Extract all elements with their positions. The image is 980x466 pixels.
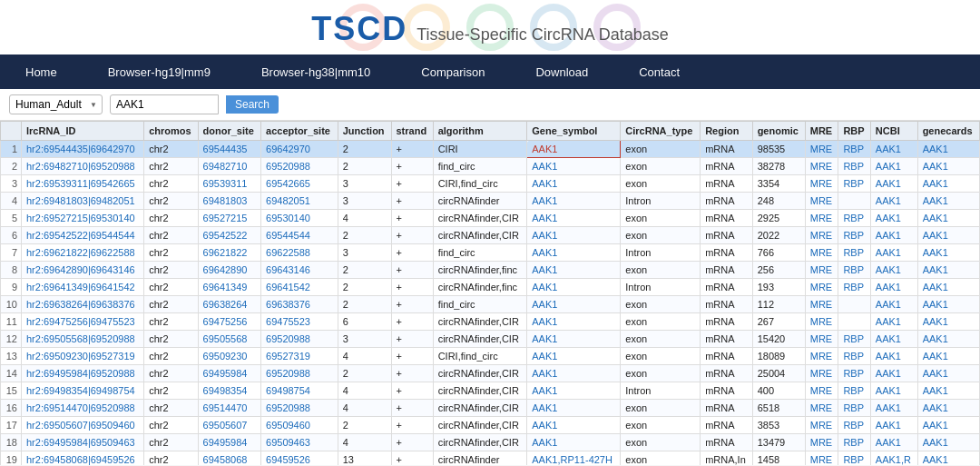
- circrna-id[interactable]: hr2:69642890|69643146: [22, 262, 144, 279]
- donor-site[interactable]: 69458068: [198, 451, 261, 466]
- circrna-id[interactable]: hr2:69481803|69482051: [22, 193, 144, 210]
- ncbi-link[interactable]: AAK1: [870, 382, 917, 400]
- ncbi-link[interactable]: AAK1,R: [870, 451, 917, 466]
- donor-site[interactable]: 69638264: [198, 296, 261, 313]
- mre-link[interactable]: MRE: [805, 262, 838, 279]
- ncbi-link[interactable]: AAK1: [870, 158, 917, 175]
- gene-symbol[interactable]: AAK1: [527, 158, 621, 175]
- gene-symbol[interactable]: AAK1: [527, 296, 621, 313]
- nav-comparison[interactable]: Comparison: [396, 55, 510, 89]
- ncbi-link[interactable]: AAK1: [870, 210, 917, 227]
- gene-symbol[interactable]: AAK1: [527, 262, 621, 279]
- rbp-link[interactable]: RBP: [838, 382, 870, 400]
- genecards-link[interactable]: AAK1: [917, 331, 979, 348]
- search-button[interactable]: Search: [226, 95, 279, 114]
- donor-site[interactable]: 69527215: [198, 210, 261, 227]
- circrna-id[interactable]: hr2:69544435|69642970: [22, 141, 144, 158]
- circrna-id[interactable]: hr2:69509230|69527319: [22, 348, 144, 365]
- mre-link[interactable]: MRE: [805, 365, 838, 382]
- rbp-link[interactable]: RBP: [838, 262, 870, 279]
- gene-symbol[interactable]: AAK1: [527, 244, 621, 262]
- gene-symbol[interactable]: AAK1: [527, 365, 621, 382]
- gene-symbol[interactable]: AAK1: [527, 331, 621, 348]
- circrna-id[interactable]: hr2:69495984|69520988: [22, 365, 144, 382]
- genecards-link[interactable]: AAK1: [917, 279, 979, 296]
- rbp-link[interactable]: RBP: [838, 210, 870, 227]
- acceptor-site[interactable]: 69638376: [261, 296, 338, 313]
- rbp-link[interactable]: RBP: [838, 158, 870, 175]
- genecards-link[interactable]: AAK1: [917, 417, 979, 434]
- gene-symbol[interactable]: AAK1: [527, 417, 621, 434]
- acceptor-site[interactable]: 69530140: [261, 210, 338, 227]
- acceptor-site[interactable]: 69509460: [261, 417, 338, 434]
- ncbi-link[interactable]: AAK1: [870, 313, 917, 331]
- mre-link[interactable]: MRE: [805, 417, 838, 434]
- circrna-id[interactable]: hr2:69498354|69498754: [22, 382, 144, 400]
- circrna-id[interactable]: hr2:69475256|69475523: [22, 313, 144, 331]
- ncbi-link[interactable]: AAK1: [870, 296, 917, 313]
- circrna-id[interactable]: hr2:69458068|69459526: [22, 451, 144, 466]
- circrna-id[interactable]: hr2:69505607|69509460: [22, 417, 144, 434]
- acceptor-site[interactable]: 69475523: [261, 313, 338, 331]
- circrna-id[interactable]: hr2:69542522|69544544: [22, 227, 144, 244]
- circrna-id[interactable]: hr2:69495984|69509463: [22, 434, 144, 451]
- mre-link[interactable]: MRE: [805, 400, 838, 417]
- mre-link[interactable]: MRE: [805, 434, 838, 451]
- mre-link[interactable]: MRE: [805, 313, 838, 331]
- mre-link[interactable]: MRE: [805, 141, 838, 158]
- nav-home[interactable]: Home: [0, 55, 83, 89]
- mre-link[interactable]: MRE: [805, 175, 838, 193]
- rbp-link[interactable]: RBP: [838, 141, 870, 158]
- rbp-link[interactable]: RBP: [838, 417, 870, 434]
- acceptor-site[interactable]: 69482051: [261, 193, 338, 210]
- donor-site[interactable]: 69539311: [198, 175, 261, 193]
- gene-symbol[interactable]: AAK1: [527, 210, 621, 227]
- circrna-id[interactable]: hr2:69539311|69542665: [22, 175, 144, 193]
- donor-site[interactable]: 69495984: [198, 434, 261, 451]
- donor-site[interactable]: 69505568: [198, 331, 261, 348]
- donor-site[interactable]: 69481803: [198, 193, 261, 210]
- genecards-link[interactable]: AAK1: [917, 296, 979, 313]
- ncbi-link[interactable]: AAK1: [870, 175, 917, 193]
- circrna-id[interactable]: hr2:69621822|69622588: [22, 244, 144, 262]
- ncbi-link[interactable]: AAK1: [870, 400, 917, 417]
- search-input[interactable]: [110, 94, 219, 114]
- genecards-link[interactable]: AAK1: [917, 434, 979, 451]
- donor-site[interactable]: 69641349: [198, 279, 261, 296]
- acceptor-site[interactable]: 69520988: [261, 331, 338, 348]
- nav-contact[interactable]: Contact: [613, 55, 705, 89]
- donor-site[interactable]: 69509230: [198, 348, 261, 365]
- ncbi-link[interactable]: AAK1: [870, 193, 917, 210]
- circrna-id[interactable]: hr2:69638264|69638376: [22, 296, 144, 313]
- genecards-link[interactable]: AAK1: [917, 158, 979, 175]
- gene-symbol[interactable]: AAK1,RP11-427H: [527, 451, 621, 466]
- genecards-link[interactable]: AAK1: [917, 382, 979, 400]
- rbp-link[interactable]: RBP: [838, 279, 870, 296]
- acceptor-site[interactable]: 69642970: [261, 141, 338, 158]
- donor-site[interactable]: 69498354: [198, 382, 261, 400]
- acceptor-site[interactable]: 69520988: [261, 365, 338, 382]
- mre-link[interactable]: MRE: [805, 244, 838, 262]
- donor-site[interactable]: 69505607: [198, 417, 261, 434]
- acceptor-site[interactable]: 69509463: [261, 434, 338, 451]
- acceptor-site[interactable]: 69520988: [261, 158, 338, 175]
- genecards-link[interactable]: AAK1: [917, 210, 979, 227]
- donor-site[interactable]: 69482710: [198, 158, 261, 175]
- nav-download[interactable]: Download: [510, 55, 613, 89]
- ncbi-link[interactable]: AAK1: [870, 141, 917, 158]
- genecards-link[interactable]: AAK1: [917, 313, 979, 331]
- rbp-link[interactable]: RBP: [838, 331, 870, 348]
- circrna-id[interactable]: hr2:69514470|69520988: [22, 400, 144, 417]
- acceptor-site[interactable]: 69643146: [261, 262, 338, 279]
- acceptor-site[interactable]: 69520988: [261, 400, 338, 417]
- gene-symbol[interactable]: AAK1: [527, 313, 621, 331]
- genecards-link[interactable]: AAK1: [917, 244, 979, 262]
- ncbi-link[interactable]: AAK1: [870, 262, 917, 279]
- genecards-link[interactable]: AAK1: [917, 365, 979, 382]
- donor-site[interactable]: 69495984: [198, 365, 261, 382]
- circrna-id[interactable]: hr2:69505568|69520988: [22, 331, 144, 348]
- rbp-link[interactable]: RBP: [838, 348, 870, 365]
- mre-link[interactable]: MRE: [805, 227, 838, 244]
- genecards-link[interactable]: AAK1: [917, 141, 979, 158]
- acceptor-site[interactable]: 69542665: [261, 175, 338, 193]
